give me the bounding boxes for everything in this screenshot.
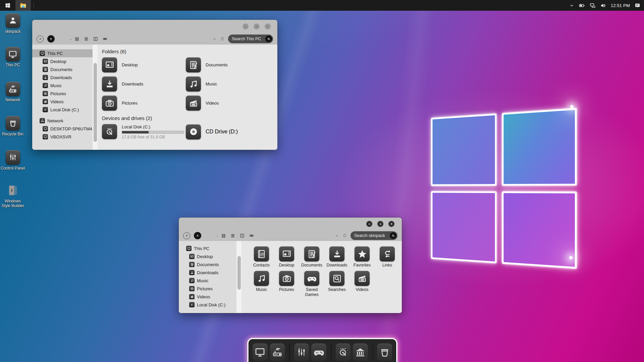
desktop-icon-network[interactable]: Network [0,82,25,103]
maximize-button[interactable] [254,23,260,29]
dock-item-disk-search[interactable] [336,344,351,361]
close-tab-button[interactable] [194,232,201,239]
sidebar-item-music[interactable]: Music [179,277,236,285]
address-bar[interactable] [266,234,328,239]
sidebar-item-label: Documents [197,262,219,267]
search-input[interactable]: Search This PC [228,35,273,43]
sidebar-item-label: Desktop [197,254,213,259]
dock-item-network[interactable] [270,344,285,361]
grid-item-links[interactable]: Links [375,246,400,267]
grid-view-icon[interactable] [221,233,226,238]
folder-item-pictures[interactable]: Pictures [102,96,186,111]
list-view-icon[interactable] [84,36,89,42]
sidebar-item-videos[interactable]: Videos [32,98,93,106]
sidebar-item-vboxsvr[interactable]: VBOXSVR [32,133,93,141]
dock-item-this-pc[interactable] [253,344,268,361]
sidebar-scrollbar[interactable] [236,241,241,313]
folder-item-desktop[interactable]: Desktop [102,57,186,72]
action-center-icon[interactable] [634,2,641,9]
desktop-icon-this-pc[interactable]: This PC [0,47,25,68]
start-button[interactable] [0,0,15,11]
new-tab-button[interactable] [183,232,190,239]
list-view-icon[interactable] [230,233,235,238]
search-icon[interactable] [265,36,272,42]
window-titlebar[interactable] [32,20,277,33]
dock-item-games[interactable] [311,344,326,361]
close-button[interactable] [265,23,271,29]
grid-item-favorites[interactable]: Favorites [350,246,375,267]
search-icon[interactable] [390,232,396,239]
folder-item-music[interactable]: Music [186,76,270,92]
sidebar-item-local-disk[interactable]: Local Disk (C:) [179,301,236,309]
desktop-icon [189,254,195,259]
sidebar-item-desktop-5p6utm4[interactable]: DESKTOP-5P6UTM4 [32,125,93,133]
dock-item-control-panel[interactable] [294,344,309,361]
grid-item-contacts[interactable]: Contacts [249,246,274,267]
chevron-up-icon[interactable] [569,3,574,8]
sidebar-item-downloads[interactable]: Downloads [179,268,236,277]
sidebar-item-music[interactable]: Music [32,81,93,89]
sidebar-item-desktop[interactable]: Desktop [32,57,93,65]
address-bar[interactable] [119,38,205,43]
desktop-icon-recycle-bin[interactable]: Recycle Bin [0,116,25,137]
chevron-down-icon[interactable] [335,234,339,238]
grid-item-searches[interactable]: Searches [324,271,350,297]
sidebar-item-downloads[interactable]: Downloads [32,73,93,81]
scrollbar-thumb[interactable] [237,256,241,290]
new-tab-button[interactable] [37,36,44,43]
grid-item-videos[interactable]: Videos [350,271,375,297]
sidebar-scrollbar[interactable] [93,45,98,150]
close-tab-button[interactable] [47,35,55,43]
network-tray-icon[interactable] [589,2,596,9]
grid-item-music[interactable]: Music [249,271,274,297]
sidebar-item-label: Music [50,83,62,88]
close-button[interactable] [388,221,394,227]
sidebar-item-label: Music [197,278,208,283]
chevron-down-icon[interactable] [212,37,217,41]
view-buttons: – [70,36,108,42]
search-input[interactable]: Search skinpack [351,231,397,240]
grid-item-documents[interactable]: Documents [299,246,324,267]
sidebar-item-desktop[interactable]: Desktop [179,252,236,260]
folder-item-documents[interactable]: Documents [186,57,270,72]
drive-item-local-disk[interactable]: Local Disk (C:) 17.8 GB free of 31.5 GB [102,124,186,139]
columns-view-icon[interactable] [239,233,245,238]
sidebar-item-videos[interactable]: Videos [179,293,236,301]
minimize-button[interactable] [243,23,249,29]
dock-item-library[interactable] [353,344,368,361]
columns-view-icon[interactable] [93,36,98,42]
sidebar-item-local-disk[interactable]: Local Disk (C:) [32,106,93,114]
grid-item-desktop[interactable]: Desktop [274,246,299,267]
minimize-button[interactable] [366,221,372,227]
desktop-icon-control-panel[interactable]: Control Panel [0,150,25,171]
folder-item-videos[interactable]: Videos [186,96,270,111]
desktop-icon-skinpack[interactable]: skinpack [0,13,25,34]
grid-item-downloads[interactable]: Downloads [324,246,350,267]
battery-icon[interactable] [579,2,585,9]
window-titlebar[interactable] [179,218,402,230]
refresh-icon[interactable] [220,37,225,41]
desktop-icon-windows-style-builder[interactable]: Windows Style Builder [0,183,25,208]
sidebar-item-network[interactable]: Network [32,117,93,125]
grid-item-saved-games[interactable]: Saved Games [299,271,324,297]
sidebar-item-documents[interactable]: Documents [32,65,93,73]
scrollbar-thumb[interactable] [94,63,97,142]
pictures-icon [279,271,294,286]
grid-view-icon[interactable] [74,37,79,42]
file-explorer-taskbar-button[interactable] [15,0,31,11]
sidebar-item-pictures[interactable]: Pictures [32,89,93,98]
grid-item-pictures[interactable]: Pictures [274,271,299,297]
volume-icon[interactable] [600,2,606,9]
folder-item-downloads[interactable]: Downloads [102,76,186,92]
taskbar-clock[interactable]: 12:51 PM [611,3,630,8]
details-view-icon[interactable] [102,36,108,42]
maximize-button[interactable] [377,221,383,227]
sidebar-item-pictures[interactable]: Pictures [179,285,236,293]
dock-item-recycle-bin[interactable] [377,344,392,361]
sidebar-item-this-pc[interactable]: This PC [32,49,93,57]
refresh-icon[interactable] [342,233,347,238]
sidebar-item-this-pc[interactable]: This PC [179,244,236,252]
sidebar-item-documents[interactable]: Documents [179,260,236,268]
drive-item-cd[interactable]: CD Drive (D:) [186,124,270,139]
details-view-icon[interactable] [249,233,254,238]
